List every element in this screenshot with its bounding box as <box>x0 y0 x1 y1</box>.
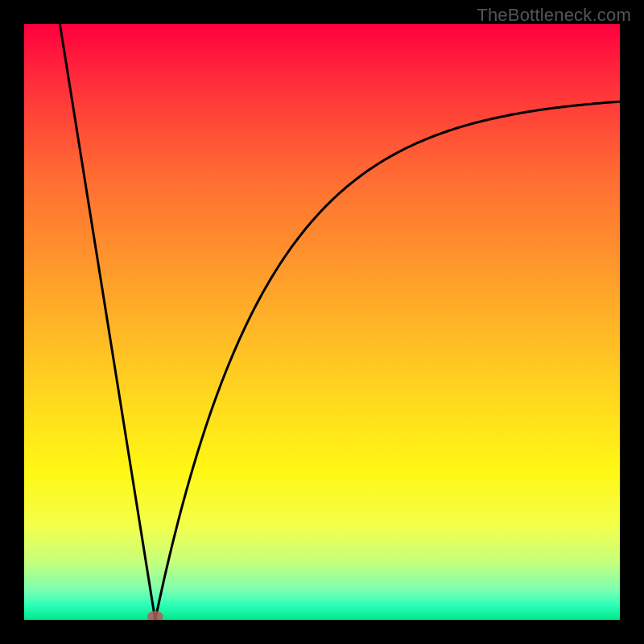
watermark-text: TheBottleneck.com <box>477 5 631 26</box>
bottleneck-chart <box>24 24 620 620</box>
chart-frame: TheBottleneck.com <box>0 0 644 644</box>
plot-area <box>24 24 620 620</box>
gradient-background <box>24 24 620 620</box>
